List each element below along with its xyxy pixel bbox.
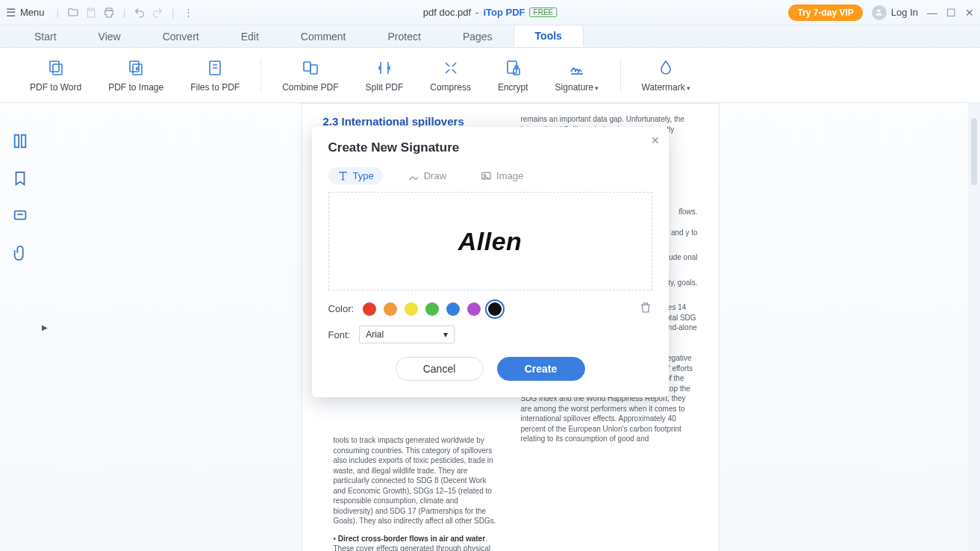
font-select[interactable]: Arial▾ [359, 326, 455, 343]
color-orange[interactable] [384, 302, 397, 316]
undo-icon[interactable] [133, 6, 146, 19]
hamburger-icon[interactable]: ☰ [6, 6, 16, 19]
svg-point-16 [484, 175, 486, 177]
tab-tools[interactable]: Tools [514, 25, 584, 47]
menu-button[interactable]: Menu [20, 7, 45, 18]
tab-edit[interactable]: Edit [220, 26, 280, 47]
left-sidebar [0, 103, 40, 551]
dialog-close-icon[interactable]: ✕ [651, 134, 660, 146]
color-label: Color: [328, 303, 355, 314]
tab-view[interactable]: View [78, 26, 142, 47]
create-signature-dialog: ✕ Create New Signature Type Draw Image A… [312, 127, 669, 397]
mode-image[interactable]: Image [472, 167, 532, 184]
tool-combine-pdf[interactable]: Combine PDF [269, 58, 352, 93]
color-yellow[interactable] [405, 302, 418, 316]
tool-files-to-pdf[interactable]: Files to PDF [177, 58, 253, 93]
tool-watermark[interactable]: Watermark [628, 58, 705, 93]
color-swatches [363, 302, 502, 316]
delete-icon[interactable] [639, 301, 652, 317]
svg-rect-13 [22, 135, 26, 148]
tab-pages[interactable]: Pages [442, 26, 514, 47]
main-tabs: Start View Convert Edit Comment Protect … [0, 25, 980, 48]
tool-encrypt[interactable]: Encrypt [484, 58, 542, 93]
color-red[interactable] [363, 302, 376, 316]
login-label: Log In [891, 7, 918, 18]
close-window-icon[interactable]: ✕ [965, 7, 974, 19]
document-name: pdf doc.pdf [423, 7, 471, 18]
comment-icon[interactable] [12, 208, 28, 224]
cancel-button[interactable]: Cancel [396, 357, 484, 381]
ribbon-tools: PDF to Word PDF to Image Files to PDF Co… [0, 48, 980, 103]
svg-rect-14 [15, 211, 26, 220]
app-name: iTop PDF [483, 7, 525, 18]
svg-rect-9 [310, 65, 317, 74]
color-black[interactable] [488, 302, 502, 316]
color-purple[interactable] [467, 302, 481, 316]
svg-point-1 [878, 9, 881, 12]
bookmark-icon[interactable] [12, 170, 28, 187]
attachment-icon[interactable] [12, 245, 28, 261]
tab-protect[interactable]: Protect [367, 26, 442, 47]
tab-convert[interactable]: Convert [142, 26, 220, 47]
print-icon[interactable] [102, 6, 116, 19]
svg-rect-8 [304, 62, 310, 71]
mode-draw[interactable]: Draw [399, 167, 455, 184]
svg-point-6 [137, 67, 139, 69]
create-button[interactable]: Create [497, 357, 585, 381]
tool-pdf-to-word[interactable]: PDF to Word [16, 58, 95, 93]
chevron-down-icon: ▾ [443, 329, 448, 340]
tool-pdf-to-image[interactable]: PDF to Image [95, 58, 177, 93]
scrollbar[interactable] [968, 103, 980, 551]
scrollbar-thumb[interactable] [971, 118, 977, 185]
minimize-icon[interactable]: — [927, 7, 937, 19]
mode-type[interactable]: Type [328, 167, 383, 184]
svg-rect-12 [15, 135, 19, 148]
tab-start[interactable]: Start [13, 26, 78, 47]
signature-text: Allen [458, 227, 522, 256]
signature-mode-tabs: Type Draw Image [328, 167, 652, 184]
font-label: Font: [328, 329, 351, 340]
dialog-title: Create New Signature [328, 140, 652, 155]
signature-preview[interactable]: Allen [328, 192, 652, 290]
tool-compress[interactable]: Compress [416, 58, 484, 93]
color-blue[interactable] [446, 302, 460, 316]
avatar-icon [872, 5, 887, 20]
title-bar: ☰ Menu | | | ⋮ pdf doc.pdf - iTop PDF FR… [0, 0, 980, 25]
svg-rect-2 [50, 61, 59, 72]
try-vip-button[interactable]: Try 7-day VIP [788, 4, 862, 21]
tab-comment[interactable]: Comment [280, 26, 367, 47]
thumbnails-icon[interactable] [12, 133, 28, 149]
redo-icon[interactable] [151, 6, 164, 19]
more-icon[interactable]: ⋮ [182, 6, 196, 19]
color-green[interactable] [425, 302, 439, 316]
free-badge: FREE [530, 7, 558, 17]
open-icon[interactable] [66, 6, 80, 19]
save-icon[interactable] [84, 6, 98, 19]
maximize-icon[interactable]: ☐ [946, 7, 956, 19]
svg-rect-3 [53, 64, 62, 75]
login-button[interactable]: Log In [872, 5, 918, 20]
tool-split-pdf[interactable]: Split PDF [352, 58, 417, 93]
tool-signature[interactable]: Signature [542, 58, 613, 93]
